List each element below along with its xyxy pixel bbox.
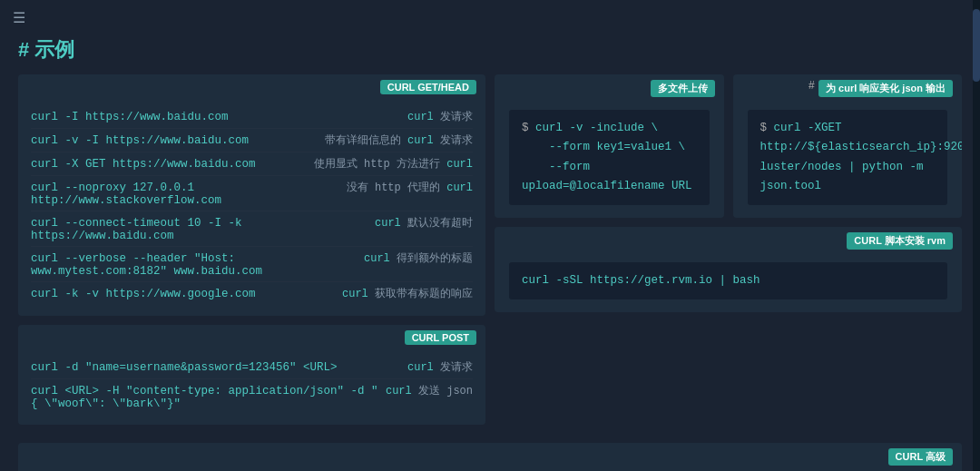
desc-text: curl 发请求 [407, 109, 473, 124]
curl-post-header: CURL POST [18, 325, 485, 350]
desc-text: 使用显式 http 方法进行 curl [314, 156, 473, 172]
multi-upload-card: 多文件上传 $ curl -v -include \ --form key1=v… [495, 74, 724, 218]
multi-upload-header: 多文件上传 [495, 74, 724, 103]
advanced-section: CURL 高级 curl -L -s http://ipecho.net/pla… [0, 443, 980, 471]
multi-upload-body: $ curl -v -include \ --form key1=value1 … [495, 103, 724, 218]
cmd-text: curl -d "name=username&password=123456" … [31, 361, 402, 374]
scrollbar-thumb[interactable] [973, 9, 980, 82]
cmd-text: curl -k -v https://www.google.com [31, 288, 337, 300]
rvm-install-body: curl -sSL https://get.rvm.io | bash [495, 255, 962, 312]
left-column: CURL GET/HEAD curl -I https://www.baidu.… [18, 74, 485, 425]
json-prettify-header: # 为 curl 响应美化 json 输出 [733, 74, 963, 103]
cmd-text: curl -v -I https://www.baidu.com [31, 134, 319, 147]
advanced-badge: CURL 高级 [888, 448, 953, 466]
cmd-text: curl --verbose --header "Host: www.mytes… [31, 252, 358, 278]
list-item: curl -I https://www.baidu.com curl 发请求 [31, 105, 473, 129]
advanced-card: CURL 高级 curl -L -s http://ipecho.net/pla… [18, 443, 962, 471]
list-item: curl -v -I https://www.baidu.com 带有详细信息的… [31, 129, 473, 152]
list-item: curl -k -v https://www.google.com curl 获… [31, 282, 473, 305]
json-prettify-card: # 为 curl 响应美化 json 输出 $ curl -XGET http:… [733, 74, 963, 218]
rvm-install-header: CURL 脚本安装 rvm [495, 227, 962, 255]
list-item: curl --verbose --header "Host: www.mytes… [31, 247, 473, 282]
rvm-install-code: curl -sSL https://get.rvm.io | bash [509, 262, 947, 299]
top-bar: ☰ [0, 0, 980, 36]
list-item: curl --noproxy 127.0.0.1 http://www.stac… [31, 176, 473, 211]
advanced-card-header: CURL 高级 [18, 443, 962, 471]
list-item: curl <URL> -H "content-type: application… [31, 379, 473, 414]
curl-get-head-card: CURL GET/HEAD curl -I https://www.baidu.… [18, 74, 485, 316]
cmd-text: curl --connect-timeout 10 -I -k https://… [31, 217, 369, 242]
desc-text: curl 发送 json [386, 383, 473, 398]
cmd-text: curl -X GET https://www.baidu.com [31, 158, 309, 171]
page-title: # 示例 [0, 36, 980, 74]
cmd-text: curl --noproxy 127.0.0.1 http://www.stac… [31, 182, 341, 207]
desc-text: curl 发请求 [407, 359, 473, 375]
list-item: curl -X GET https://www.baidu.com 使用显式 h… [31, 152, 473, 176]
curl-get-head-badge: CURL GET/HEAD [380, 80, 476, 94]
rvm-install-card: CURL 脚本安装 rvm curl -sSL https://get.rvm.… [495, 227, 962, 312]
main-content: CURL GET/HEAD curl -I https://www.baidu.… [0, 74, 980, 443]
cmd-text: curl <URL> -H "content-type: application… [31, 385, 380, 410]
hamburger-icon[interactable]: ☰ [13, 9, 25, 27]
right-top-row: 多文件上传 $ curl -v -include \ --form key1=v… [495, 74, 962, 218]
json-prettify-body: $ curl -XGET http://${elasticsearch_ip}:… [733, 103, 963, 218]
json-prettify-comment: # [808, 80, 815, 97]
desc-text: 没有 http 代理的 curl [347, 180, 473, 195]
desc-text: curl 默认没有超时 [375, 215, 473, 231]
multi-upload-code: $ curl -v -include \ --form key1=value1 … [509, 110, 710, 205]
desc-text: curl 得到额外的标题 [364, 250, 473, 266]
curl-get-head-body: curl -I https://www.baidu.com curl 发请求 c… [18, 100, 485, 316]
multi-upload-badge: 多文件上传 [651, 80, 715, 97]
curl-post-card: CURL POST curl -d "name=username&passwor… [18, 325, 485, 425]
curl-post-badge: CURL POST [405, 330, 476, 345]
scrollbar[interactable] [973, 0, 980, 471]
desc-text: curl 获取带有标题的响应 [342, 286, 473, 301]
cmd-text: curl -I https://www.baidu.com [31, 111, 402, 123]
right-column: 多文件上传 $ curl -v -include \ --form key1=v… [495, 74, 962, 425]
json-prettify-badge: 为 curl 响应美化 json 输出 [818, 80, 953, 97]
json-prettify-code: $ curl -XGET http://${elasticsearch_ip}:… [748, 110, 948, 205]
curl-post-body: curl -d "name=username&password=123456" … [18, 350, 485, 425]
list-item: curl -d "name=username&password=123456" … [31, 356, 473, 379]
curl-get-head-header: CURL GET/HEAD [18, 74, 485, 100]
desc-text: 带有详细信息的 curl 发请求 [325, 132, 473, 148]
list-item: curl --connect-timeout 10 -I -k https://… [31, 211, 473, 247]
rvm-install-badge: CURL 脚本安装 rvm [847, 232, 953, 250]
